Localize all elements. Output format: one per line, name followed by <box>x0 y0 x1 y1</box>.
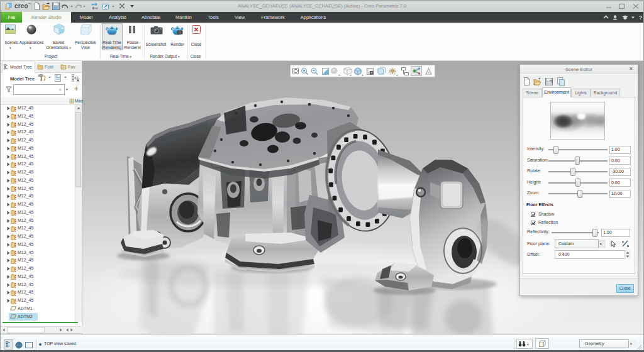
svg-text:?: ? <box>639 14 643 21</box>
